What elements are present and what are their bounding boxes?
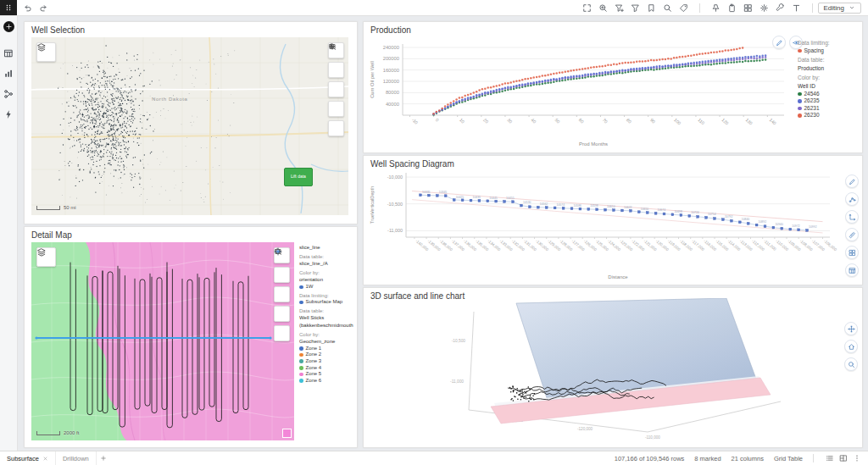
panel-title: Detail Map	[25, 227, 357, 241]
pin-button[interactable]	[709, 2, 723, 14]
grid-2x2-icon	[849, 249, 856, 257]
svg-text:110: 110	[697, 117, 705, 125]
svg-text:-106,000: -106,000	[823, 239, 837, 252]
3d-surface-line-chart[interactable]: -10,500-11,000-130,000-120,000-110,000	[389, 298, 830, 444]
svg-text:TrueVerticalDepth: TrueVerticalDepth	[370, 186, 375, 224]
svg-text:120: 120	[721, 117, 730, 125]
close-tab-icon[interactable]	[42, 456, 48, 462]
legend-item[interactable]: 24546	[798, 91, 859, 98]
marked-count-label: 8 marked	[694, 455, 721, 462]
undo-button[interactable]	[20, 2, 35, 14]
sidebar-flow-button[interactable]	[3, 87, 15, 100]
editing-mode-dropdown[interactable]: Editing	[818, 3, 861, 14]
minus-button[interactable]	[274, 286, 290, 302]
toolbar-settings-group	[705, 2, 807, 14]
lift-data-button[interactable]: Lift data	[284, 168, 313, 186]
scale-label: 2000 ft	[64, 430, 79, 435]
sidebar-table-button[interactable]	[3, 47, 15, 59]
panel-grid-button[interactable]	[837, 452, 849, 464]
legend-item[interactable]: Zone 3	[299, 358, 353, 365]
legend-item[interactable]: 26235	[798, 97, 859, 105]
search-button[interactable]	[844, 357, 858, 371]
rect-select-button[interactable]	[328, 120, 344, 136]
list-button[interactable]	[824, 452, 836, 464]
panel-well-spacing: Well Spacing Diagram -10,000-10,500-11,0…	[363, 155, 863, 285]
page-tabs: SubsurfaceDrilldown	[0, 451, 97, 465]
pan-arrows-button[interactable]	[844, 322, 858, 335]
home-button[interactable]	[844, 340, 858, 353]
search-button[interactable]	[660, 2, 675, 14]
legend-item[interactable]: 26231	[798, 105, 859, 113]
well-spacing-chart[interactable]: -10,000-10,500-11,000-140,000-139,000-13…	[367, 168, 838, 281]
ruler-button[interactable]	[845, 228, 859, 241]
filter-add-button[interactable]	[612, 2, 626, 14]
layers-button[interactable]	[36, 247, 56, 267]
tag-icon	[679, 3, 688, 13]
legend-color-dot	[299, 353, 303, 357]
legend-item-label: 26230	[804, 112, 820, 119]
wrench-button[interactable]	[773, 2, 787, 14]
pencil-button[interactable]	[845, 174, 859, 188]
rect-select-button[interactable]	[274, 325, 290, 341]
legend-item[interactable]: 26230	[798, 112, 859, 119]
grid-2x2-button[interactable]	[741, 2, 755, 14]
zoom-area-button[interactable]	[596, 2, 610, 14]
redo-button[interactable]	[36, 2, 51, 14]
app-menu-button[interactable]	[0, 0, 17, 15]
more-dots-button[interactable]	[851, 452, 863, 464]
table-button[interactable]	[845, 263, 859, 277]
legend-item[interactable]: Zone 4	[299, 365, 353, 372]
legend-item[interactable]: Zone 1	[299, 346, 353, 352]
fullscreen-button[interactable]	[580, 2, 594, 14]
tag-button[interactable]	[676, 2, 691, 14]
legend-item[interactable]: 1W	[299, 284, 353, 291]
svg-text:10: 10	[459, 117, 465, 124]
svg-text:10754: 10754	[708, 213, 716, 216]
add-page-button[interactable]	[97, 451, 110, 465]
add-icon	[5, 23, 13, 30]
svg-text:80: 80	[626, 117, 632, 124]
svg-text:10455: 10455	[506, 197, 515, 200]
add-visualization-button[interactable]	[3, 21, 14, 32]
svg-text:-11,000: -11,000	[450, 379, 464, 384]
scale-line	[36, 431, 60, 435]
svg-text:-120,000: -120,000	[577, 427, 593, 431]
svg-text:10425: 10425	[456, 196, 465, 199]
clipboard-button[interactable]	[725, 2, 739, 14]
svg-text:140: 140	[769, 117, 778, 125]
axes-button[interactable]	[845, 210, 859, 224]
lift-data-label: Lift data	[291, 174, 306, 180]
detail-map[interactable]: 2000 ft	[31, 242, 294, 440]
plus-button[interactable]	[328, 101, 344, 117]
gear-button[interactable]	[757, 2, 771, 14]
plus-button[interactable]	[274, 306, 290, 322]
toolbar-divider-2	[812, 3, 813, 13]
filter-button[interactable]	[628, 2, 643, 14]
legend-item[interactable]: Zone 2	[299, 352, 353, 358]
minus-button[interactable]	[328, 81, 344, 97]
legend-item[interactable]: Zone 5	[299, 371, 353, 378]
cursor-button[interactable]	[328, 62, 344, 78]
sidebar-bar-chart-button[interactable]	[3, 67, 15, 80]
page-tab-drilldown[interactable]: Drilldown	[56, 451, 97, 465]
svg-text:10840: 10840	[742, 218, 750, 221]
svg-text:10586: 10586	[574, 204, 582, 208]
search-button[interactable]	[274, 267, 290, 283]
svg-text:50: 50	[554, 117, 561, 124]
bookmark-button[interactable]	[644, 2, 659, 14]
svg-text:30: 30	[506, 117, 513, 124]
connect-button[interactable]	[845, 192, 859, 206]
panel-well-selection: Well Selection North Dakota Lift data 50…	[24, 21, 358, 224]
grid-2x2-button[interactable]	[845, 246, 859, 259]
sidebar-lightning-button[interactable]	[3, 108, 15, 120]
well-selection-map[interactable]: North Dakota Lift data 50 mi	[31, 37, 348, 215]
legend-item[interactable]: Subsurface Map	[299, 299, 353, 306]
text-T-button[interactable]	[789, 2, 804, 14]
legend-item[interactable]: Zone 6	[299, 378, 353, 385]
production-scatter-chart[interactable]: 4000080000120000160000200000240000-10010…	[367, 36, 791, 151]
connect-icon	[849, 196, 856, 203]
legend-item[interactable]: Spacing	[798, 47, 859, 55]
page-tab-subsurface[interactable]: Subsurface	[0, 451, 56, 465]
layers-button[interactable]	[36, 42, 56, 62]
legend-color-dot	[299, 359, 303, 363]
